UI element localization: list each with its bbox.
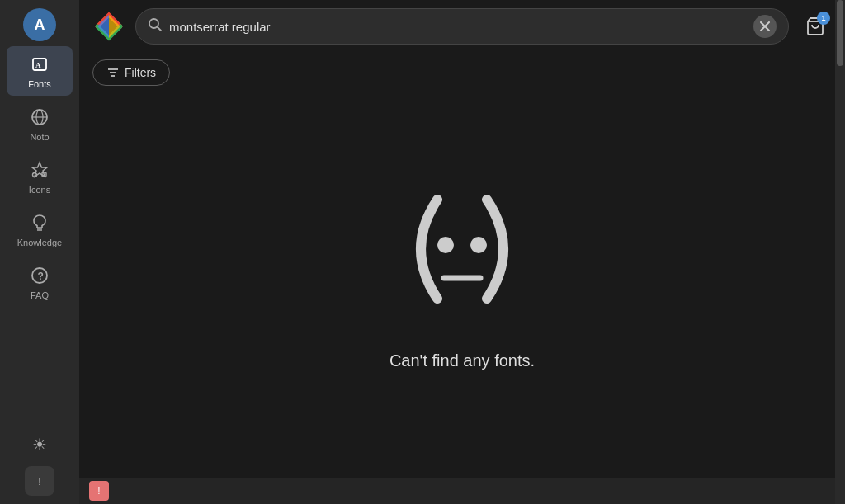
sidebar-item-faq-label: FAQ bbox=[31, 290, 49, 300]
scrollbar-thumb[interactable] bbox=[837, 0, 843, 66]
notification-exclamation-icon: ! bbox=[97, 485, 100, 497]
sidebar-item-icons-label: Icons bbox=[29, 185, 50, 195]
toolbar: Filters bbox=[79, 53, 845, 92]
sidebar-item-faq[interactable]: ? FAQ bbox=[7, 257, 73, 307]
svg-point-20 bbox=[470, 237, 487, 253]
search-bar bbox=[135, 8, 789, 45]
sidebar-item-noto[interactable]: Noto bbox=[7, 99, 73, 148]
knowledge-icon bbox=[28, 211, 51, 234]
sidebar-item-knowledge-label: Knowledge bbox=[17, 238, 62, 247]
bottom-bar: ! bbox=[79, 478, 845, 504]
svg-text:?: ? bbox=[38, 271, 44, 282]
globe-icon bbox=[28, 106, 51, 129]
sidebar: A A Fonts Noto bbox=[0, 0, 79, 504]
search-clear-button[interactable] bbox=[753, 15, 777, 38]
header: 1 bbox=[79, 0, 845, 53]
empty-face-illustration bbox=[380, 167, 545, 332]
exclamation-icon: ! bbox=[38, 475, 41, 488]
sidebar-item-icons[interactable]: Icons bbox=[7, 152, 73, 201]
sidebar-item-fonts-label: Fonts bbox=[28, 79, 51, 89]
filters-label: Filters bbox=[125, 66, 156, 79]
sidebar-item-fonts[interactable]: A Fonts bbox=[7, 46, 73, 96]
search-icon bbox=[148, 17, 163, 35]
empty-state: Can't find any fonts. bbox=[79, 92, 845, 478]
theme-toggle-button[interactable]: ☀ bbox=[25, 430, 54, 459]
main-content: 1 Filters bbox=[79, 0, 845, 504]
cart-badge: 1 bbox=[817, 12, 830, 25]
sidebar-notification-button[interactable]: ! bbox=[25, 466, 54, 496]
faq-icon: ? bbox=[28, 264, 51, 287]
cart-button[interactable]: 1 bbox=[799, 10, 832, 43]
logo bbox=[92, 10, 125, 43]
filters-button[interactable]: Filters bbox=[92, 59, 170, 86]
svg-text:A: A bbox=[35, 61, 41, 69]
svg-line-12 bbox=[158, 27, 162, 31]
empty-title: Can't find any fonts. bbox=[389, 351, 535, 370]
sidebar-item-knowledge[interactable]: Knowledge bbox=[7, 205, 73, 254]
theme-icon: ☀ bbox=[32, 435, 47, 455]
scrollbar[interactable] bbox=[835, 0, 845, 504]
fonts-icon: A bbox=[28, 53, 51, 76]
bottom-notification-button[interactable]: ! bbox=[89, 481, 109, 501]
search-input[interactable] bbox=[169, 20, 747, 34]
sidebar-item-noto-label: Noto bbox=[30, 132, 49, 142]
icons-icon bbox=[28, 158, 51, 181]
svg-point-19 bbox=[437, 237, 454, 253]
avatar[interactable]: A bbox=[23, 8, 56, 41]
